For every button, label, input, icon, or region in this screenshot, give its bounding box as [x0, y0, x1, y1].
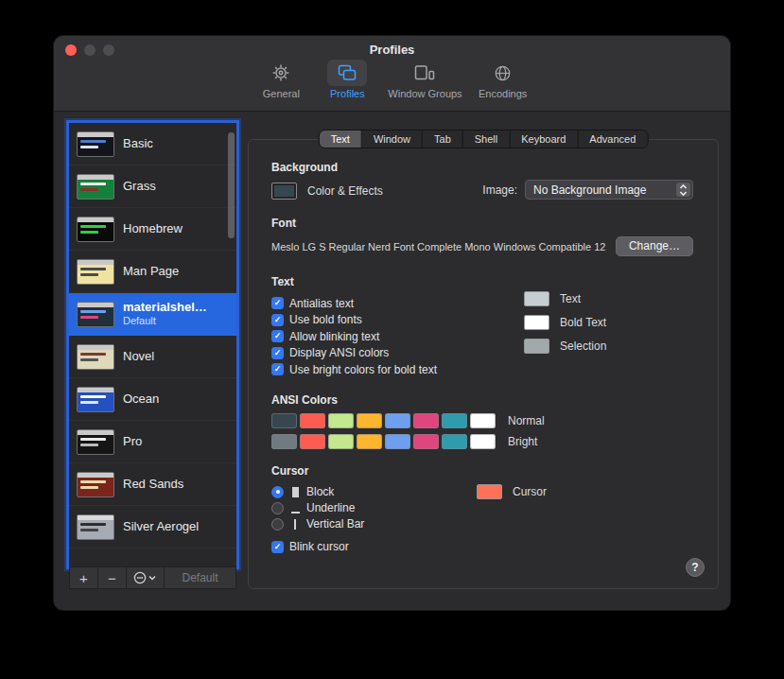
ansi-color-swatch[interactable]: [357, 434, 382, 449]
text-color-wells: Text Bold Text Selection: [524, 291, 606, 354]
tab-advanced[interactable]: Advanced: [578, 131, 647, 148]
thumbnail-line: [80, 353, 106, 356]
dropdown-arrows-icon: [676, 183, 690, 197]
thumbnail-line: [80, 183, 106, 185]
tab-tab[interactable]: Tab: [423, 131, 463, 148]
profile-row-grass[interactable]: Grass: [69, 165, 236, 208]
profile-row-novel[interactable]: Novel: [69, 336, 236, 378]
ansi-color-swatch[interactable]: [300, 434, 325, 449]
thumbnail-line: [80, 486, 98, 489]
help-button[interactable]: ?: [686, 558, 705, 577]
background-color-well[interactable]: [271, 183, 297, 200]
scrollbar-thumb[interactable]: [228, 132, 235, 238]
cursor-color-well[interactable]: [477, 484, 502, 499]
radio-row-vertical-bar[interactable]: Vertical Bar: [271, 516, 693, 532]
ansi-color-swatch[interactable]: [271, 413, 297, 428]
radio-row-underline[interactable]: Underline: [271, 500, 693, 516]
ansi-color-swatch[interactable]: [385, 413, 410, 428]
tab-text[interactable]: Text: [320, 131, 362, 148]
profile-row-basic[interactable]: Basic: [69, 123, 236, 165]
thumbnail-titlebar: [78, 388, 113, 392]
check-icon: ✓: [274, 542, 282, 551]
profile-actions-menu-button[interactable]: [127, 567, 165, 588]
background-image-select[interactable]: No Background Image: [525, 180, 693, 200]
ansi-color-swatch[interactable]: [328, 434, 354, 449]
tab-shell[interactable]: Shell: [463, 131, 510, 148]
thumbnail-titlebar: [78, 473, 113, 478]
blink-cursor-row[interactable]: ✓ Blink cursor: [271, 539, 693, 556]
profile-row-red-sands[interactable]: Red Sands: [69, 463, 236, 506]
change-font-button[interactable]: Change…: [616, 236, 693, 256]
gear-icon: [261, 60, 301, 86]
toolbar-item-window-groups[interactable]: Window Groups: [384, 60, 465, 99]
checkbox-row-antialias-text[interactable]: ✓ Antialias text: [271, 295, 693, 312]
profile-row-silver-aerogel[interactable]: Silver Aerogel: [69, 506, 236, 548]
checkbox[interactable]: ✓: [271, 363, 284, 375]
checkbox-row-use-bright-colors-for-bold-text[interactable]: ✓ Use bright colors for bold text: [271, 361, 693, 378]
thumbnail-titlebar: [78, 430, 113, 435]
thumbnail-line: [80, 231, 98, 234]
ansi-color-swatch[interactable]: [413, 434, 439, 449]
ansi-color-swatch[interactable]: [271, 434, 297, 449]
thumbnail-titlebar: [78, 345, 113, 350]
ansi-color-swatch[interactable]: [470, 413, 496, 428]
radio-label: Block: [306, 485, 334, 498]
checkbox[interactable]: ✓: [271, 347, 284, 359]
ansi-color-swatch[interactable]: [413, 413, 439, 428]
profile-label-group: Novel: [123, 350, 154, 364]
checkbox-row-use-bold-fonts[interactable]: ✓ Use bold fonts: [271, 312, 693, 329]
thumbnail-titlebar: [78, 218, 113, 222]
profile-row-pro[interactable]: Pro: [69, 421, 236, 463]
profile-default-badge: Default: [123, 315, 207, 327]
checkbox-row-display-ansi-colors[interactable]: ✓ Display ANSI colors: [271, 345, 693, 362]
tab-keyboard[interactable]: Keyboard: [510, 131, 578, 148]
profile-name: Basic: [123, 137, 153, 151]
background-image-group: Image: No Background Image: [482, 180, 693, 200]
radio-button[interactable]: [271, 486, 284, 498]
profile-list[interactable]: Basic Grass Homebrew Man Page: [69, 123, 236, 566]
ansi-color-swatch[interactable]: [442, 413, 467, 428]
blink-cursor-label: Blink cursor: [289, 540, 349, 553]
profile-thumbnail: [77, 344, 114, 370]
checkbox-row-allow-blinking-text[interactable]: ✓ Allow blinking text: [271, 328, 693, 345]
bold-text-color-well[interactable]: [524, 315, 549, 330]
radio-button[interactable]: [271, 502, 284, 514]
ansi-color-swatch[interactable]: [300, 413, 325, 428]
ansi-color-swatch[interactable]: [328, 413, 354, 428]
set-default-button[interactable]: Default: [165, 567, 235, 588]
radio-button[interactable]: [271, 518, 284, 531]
profile-label-group: Red Sands: [123, 478, 183, 492]
profile-row-homebrew[interactable]: Homebrew: [69, 208, 236, 251]
check-icon: ✓: [274, 315, 282, 324]
panel-content: Background Color & Effects Image: No Bac…: [249, 140, 718, 588]
profile-row-man-page[interactable]: Man Page: [69, 251, 236, 293]
cursor-section: Cursor Block Underline Vertical Bar Curs…: [271, 464, 693, 556]
tab-window[interactable]: Window: [362, 131, 423, 148]
blink-cursor-checkbox[interactable]: ✓: [271, 541, 284, 553]
ansi-color-swatch[interactable]: [442, 434, 467, 449]
toolbar-item-general[interactable]: General: [252, 60, 310, 99]
desktop: { "titlebar": { "title": "Profiles" }, "…: [0, 0, 784, 679]
ansi-color-swatch[interactable]: [385, 434, 410, 449]
ansi-rows: Normal Bright: [271, 413, 693, 449]
ansi-color-swatch[interactable]: [470, 434, 496, 449]
background-heading: Background: [271, 161, 693, 174]
thumbnail-line: [80, 480, 106, 483]
profile-row-ocean[interactable]: Ocean: [69, 378, 236, 421]
profile-thumbnail: [77, 174, 114, 200]
cursor-well-label: Cursor: [513, 485, 547, 498]
ansi-color-swatch[interactable]: [357, 413, 382, 428]
text-color-well[interactable]: [524, 291, 549, 306]
thumbnail-line: [80, 225, 106, 228]
remove-profile-button[interactable]: −: [98, 567, 127, 588]
checkbox[interactable]: ✓: [271, 314, 284, 326]
toolbar-item-encodings[interactable]: Encodings: [474, 60, 532, 99]
color-well-label: Text: [560, 292, 581, 305]
toolbar-item-profiles[interactable]: Profiles: [318, 60, 376, 99]
checkbox[interactable]: ✓: [271, 297, 284, 309]
profile-row-materialshel[interactable]: materialshel… Default: [69, 293, 236, 336]
profile-name: materialshel…: [123, 301, 207, 315]
add-profile-button[interactable]: +: [70, 567, 98, 588]
checkbox[interactable]: ✓: [271, 330, 284, 342]
selection-color-well[interactable]: [524, 339, 549, 354]
